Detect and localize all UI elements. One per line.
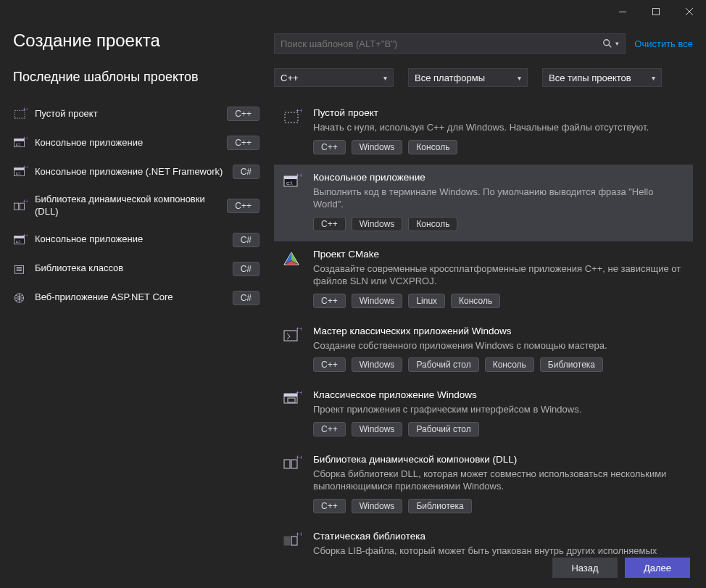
svg-rect-20 — [17, 267, 22, 268]
svg-rect-40 — [284, 460, 290, 468]
back-button[interactable]: Назад — [552, 558, 618, 578]
template-title: Консольное приложение — [313, 172, 684, 183]
svg-text:++: ++ — [296, 532, 302, 538]
recent-templates-list: ++ Пустой проект C++ c:\++ Консольное пр… — [13, 99, 259, 312]
recent-template-item[interactable]: ++ Библиотека динамической компоновки (D… — [13, 186, 259, 225]
template-description: Начать с нуля, используя C++ для Windows… — [313, 121, 684, 134]
template-tag: Windows — [352, 217, 403, 231]
template-item[interactable]: ++ Библиотека динамической компоновки (D… — [274, 447, 693, 523]
svg-rect-43 — [284, 537, 290, 545]
template-tag: Консоль — [451, 294, 500, 308]
console-icon: c:\++ — [283, 173, 303, 192]
filter-language-value: C++ — [281, 73, 299, 83]
next-button[interactable]: Далее — [625, 558, 690, 578]
filter-platform-value: Все платформы — [415, 73, 485, 83]
recent-template-item[interactable]: c:\++ Консольное приложение C++ — [13, 128, 259, 157]
console-icon: c:\++ — [13, 165, 28, 178]
template-description: Создавайте современные кроссплатформенны… — [313, 262, 684, 288]
filter-language-dropdown[interactable]: C++ ▾ — [274, 68, 394, 87]
svg-rect-12 — [14, 203, 19, 210]
template-title: Библиотека динамической компоновки (DLL) — [313, 454, 684, 465]
classlib-icon — [13, 262, 28, 276]
recent-item-label: Пустой проект — [35, 108, 220, 120]
template-tag: Консоль — [408, 217, 457, 231]
close-button[interactable] — [673, 0, 706, 23]
svg-text:c:\: c:\ — [286, 180, 293, 186]
filter-project-type-value: Все типы проектов — [549, 73, 631, 83]
svg-text:++: ++ — [23, 199, 28, 204]
chevron-down-icon: ▾ — [518, 74, 521, 82]
web-icon — [13, 291, 28, 305]
template-item[interactable]: Проект CMake Создавайте современные крос… — [274, 241, 693, 318]
dropdown-chevron-icon[interactable]: ▾ — [615, 40, 619, 47]
titlebar — [0, 0, 706, 23]
maximize-button[interactable] — [639, 0, 673, 23]
svg-rect-0 — [619, 12, 626, 12]
template-item[interactable]: c:\++ Консольное приложение Выполнить ко… — [274, 165, 693, 241]
language-badge: C# — [233, 291, 259, 305]
filter-platform-dropdown[interactable]: Все платформы ▾ — [408, 68, 528, 87]
svg-rect-1 — [653, 9, 660, 15]
recent-item-label: Консольное приложение — [35, 233, 225, 246]
svg-text:c:\: c:\ — [16, 141, 21, 146]
language-badge: C++ — [227, 136, 259, 150]
svg-rect-21 — [17, 270, 22, 271]
template-item[interactable]: ++ Пустой проект Начать с нуля, использу… — [274, 100, 693, 165]
svg-text:c:\: c:\ — [16, 170, 21, 175]
template-description: Проект приложения с графическим интерфей… — [313, 403, 684, 416]
language-badge: C# — [233, 233, 259, 247]
recent-template-item[interactable]: c:\++ Консольное приложение (.NET Framew… — [13, 157, 259, 186]
recent-item-label: Консольное приложение — [35, 137, 220, 149]
template-description: Выполнить код в терминале Windows. По ум… — [313, 186, 684, 211]
template-tag: Библиотека — [540, 357, 603, 372]
template-item[interactable]: ++ Мастер классических приложений Window… — [274, 318, 693, 383]
template-tag: C++ — [313, 294, 346, 308]
template-title: Статическая библиотека — [313, 531, 684, 542]
svg-rect-19 — [14, 265, 23, 273]
console-icon: c:\++ — [13, 233, 28, 247]
template-tag: C++ — [313, 140, 346, 154]
dll-icon: ++ — [13, 199, 28, 212]
template-title: Мастер классических приложений Windows — [313, 326, 684, 336]
search-icon[interactable] — [602, 38, 612, 49]
template-tag: Windows — [352, 357, 403, 372]
page-title: Создание проекта — [13, 30, 259, 51]
template-item[interactable]: ++ Классическое приложение Windows Проек… — [274, 382, 693, 447]
svg-text:++: ++ — [296, 391, 302, 397]
recent-template-item[interactable]: Веб-приложение ASP.NET Core C# — [13, 283, 259, 312]
console-icon: c:\++ — [13, 136, 28, 149]
template-tag: Консоль — [485, 357, 534, 372]
language-badge: C++ — [227, 107, 259, 121]
search-box[interactable]: ▾ — [274, 33, 626, 54]
clear-all-link[interactable]: Очистить все — [634, 38, 693, 49]
empty-project-icon: ++ — [283, 109, 303, 128]
svg-text:++: ++ — [296, 173, 302, 179]
recent-template-item[interactable]: c:\++ Консольное приложение C# — [13, 225, 259, 254]
cmake-icon — [283, 250, 303, 269]
svg-text:++: ++ — [296, 455, 302, 461]
recent-template-item[interactable]: Библиотека классов C# — [13, 254, 259, 283]
recent-item-label: Библиотека классов — [35, 262, 225, 275]
template-tag: Рабочий стол — [408, 422, 478, 436]
svg-text:++: ++ — [296, 327, 302, 333]
search-input[interactable] — [281, 38, 602, 49]
template-tag: Консоль — [408, 140, 457, 154]
template-list: ++ Пустой проект Начать с нуля, использу… — [274, 100, 693, 559]
recent-template-item[interactable]: ++ Пустой проект C++ — [13, 99, 259, 128]
recent-item-label: Библиотека динамической компоновки (DLL) — [35, 194, 220, 218]
svg-rect-13 — [20, 203, 24, 210]
minimize-button[interactable] — [606, 0, 639, 23]
template-tag: Windows — [352, 422, 403, 436]
template-tag: Windows — [352, 140, 403, 154]
template-title: Проект CMake — [313, 249, 684, 260]
template-description: Создание собственного приложения Windows… — [313, 339, 684, 352]
template-title: Пустой проект — [313, 107, 684, 118]
svg-point-23 — [604, 40, 610, 46]
svg-text:++: ++ — [23, 136, 28, 141]
template-tag: C++ — [313, 499, 346, 513]
filter-project-type-dropdown[interactable]: Все типы проектов ▾ — [542, 68, 662, 87]
template-tag: Библиотека — [408, 499, 471, 513]
svg-rect-38 — [288, 398, 295, 402]
language-badge: C# — [233, 165, 259, 179]
template-tag: Windows — [352, 499, 403, 513]
